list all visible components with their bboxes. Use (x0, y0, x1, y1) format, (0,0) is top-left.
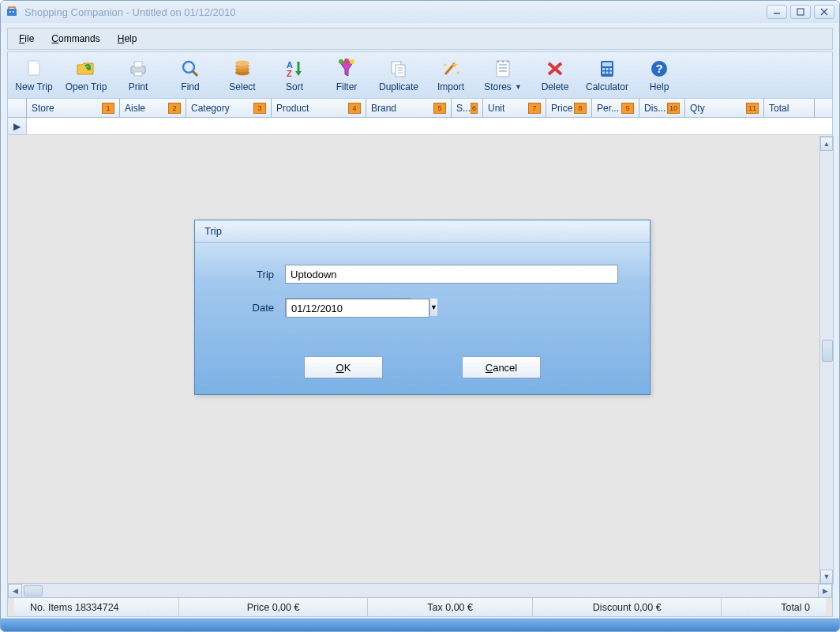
duplicate-button[interactable]: Duplicate (373, 52, 425, 98)
column-label: Category (191, 103, 230, 114)
row-cells[interactable] (27, 118, 832, 135)
find-button[interactable]: Find (164, 52, 216, 98)
help-button[interactable]: ?Help (633, 52, 685, 98)
svg-rect-41 (602, 62, 612, 66)
horizontal-scrollbar[interactable]: ◀ ▶ (8, 583, 832, 597)
scroll-left-button[interactable]: ◀ (8, 584, 22, 598)
scroll-track[interactable] (22, 584, 818, 598)
toolbar-label: Duplicate (379, 81, 418, 92)
svg-rect-31 (497, 61, 509, 77)
menu-help[interactable]: Help (110, 30, 145, 47)
print-button[interactable]: Print (112, 52, 164, 98)
svg-point-30 (457, 72, 459, 74)
vscroll-thumb[interactable] (822, 340, 833, 362)
maximize-button[interactable] (790, 5, 811, 19)
minimize-button[interactable] (767, 5, 787, 19)
menu-file[interactable]: File (11, 30, 42, 47)
column-label: Brand (371, 103, 396, 114)
column-badge-icon: 5 (433, 103, 446, 114)
date-dropdown-button[interactable]: ▼ (429, 299, 437, 316)
page-icon (21, 58, 47, 80)
vertical-scrollbar[interactable]: ▲ ▼ (819, 136, 834, 585)
wand-icon (438, 58, 463, 80)
stack-icon (230, 58, 255, 80)
trip-label: Trip (227, 269, 274, 280)
scroll-up-button[interactable]: ▲ (820, 137, 833, 151)
chevron-down-icon: ▼ (515, 83, 522, 91)
dialog-title: Trip (195, 220, 650, 243)
column-label: Per... (597, 103, 619, 114)
svg-line-12 (193, 71, 197, 76)
filter-button[interactable]: Filter (321, 52, 373, 98)
column-header[interactable]: Brand5 (366, 99, 452, 117)
app-icon (6, 6, 18, 18)
svg-rect-9 (134, 62, 142, 67)
column-header[interactable]: Dis...10 (639, 99, 685, 117)
menu-commands[interactable]: Commands (43, 30, 107, 47)
select-button[interactable]: Select (216, 52, 268, 98)
toolbar-label: Help (650, 81, 669, 92)
svg-rect-42 (602, 68, 605, 70)
open-trip-button[interactable]: Open Trip (60, 52, 112, 98)
window-title: Shopping Companion - Untitled on 01/12/2… (24, 6, 767, 18)
sort-button[interactable]: AZSort (268, 52, 321, 98)
column-badge-icon: 7 (528, 103, 541, 114)
cancel-button[interactable]: Cancel (462, 356, 541, 378)
trip-dialog: Trip Trip Date ▼ OK Cancel (194, 220, 651, 395)
dialog-body: Trip Date ▼ OK Cancel (195, 243, 650, 394)
column-badge-icon: 10 (667, 103, 680, 114)
column-header[interactable]: Total (764, 99, 815, 117)
column-header[interactable]: Per...9 (592, 99, 639, 117)
date-combo[interactable]: ▼ (285, 298, 411, 317)
scroll-right-button[interactable]: ▶ (818, 584, 832, 598)
column-label: S... (456, 103, 471, 114)
calculator-button[interactable]: Calculator (581, 52, 633, 98)
table-row: ▶ (8, 118, 832, 135)
status-price: Price 0,00 € (179, 598, 368, 616)
column-header[interactable]: Product4 (272, 99, 366, 117)
column-header[interactable]: Qty11 (685, 99, 764, 117)
new-trip-button[interactable]: New Trip (8, 52, 60, 98)
trip-row: Trip (227, 265, 618, 284)
trip-input[interactable] (285, 265, 618, 284)
menu-bar: File Commands Help (7, 28, 833, 50)
column-header[interactable]: Store1 (27, 99, 120, 117)
svg-point-2 (13, 11, 14, 13)
column-header[interactable]: Aisle2 (120, 99, 186, 117)
stores-button[interactable]: Stores▼ (477, 52, 529, 98)
delete-button[interactable]: Delete (529, 52, 581, 98)
bottom-accent-bar (1, 619, 839, 631)
column-header[interactable]: Category3 (186, 99, 272, 117)
column-header[interactable]: S...6 (452, 99, 483, 117)
notes-icon (490, 58, 516, 80)
vscroll-track[interactable] (820, 151, 833, 570)
close-button[interactable] (814, 5, 834, 19)
column-badge-icon: 9 (621, 103, 634, 114)
column-header[interactable]: Unit7 (483, 99, 546, 117)
column-label: Dis... (644, 103, 666, 114)
import-button[interactable]: Import (425, 52, 477, 98)
table-header: Store1Aisle2Category3Product4Brand5S...6… (8, 99, 832, 118)
scroll-down-button[interactable]: ▼ (820, 570, 833, 584)
help-icon: ? (647, 58, 672, 80)
svg-rect-47 (609, 72, 612, 74)
row-selector[interactable]: ▶ (8, 118, 27, 135)
toolbar-label: Open Trip (66, 81, 107, 92)
toolbar-label: Stores (484, 81, 512, 92)
column-header[interactable]: Price8 (546, 99, 592, 117)
toolbar-label: Sort (286, 81, 303, 92)
column-badge-icon: 3 (253, 103, 266, 114)
scroll-thumb[interactable] (24, 585, 43, 596)
toolbar-label: Print (129, 81, 148, 92)
printer-icon (126, 58, 151, 80)
svg-rect-44 (609, 68, 612, 70)
svg-text:Z: Z (287, 69, 292, 78)
column-badge-icon: 4 (348, 103, 361, 114)
date-input[interactable] (286, 299, 429, 318)
column-badge-icon: 11 (746, 103, 759, 114)
svg-point-1 (9, 11, 11, 13)
ok-button[interactable]: OK (304, 356, 383, 378)
svg-rect-10 (134, 72, 142, 76)
column-header[interactable] (8, 99, 27, 117)
svg-point-11 (183, 62, 194, 73)
